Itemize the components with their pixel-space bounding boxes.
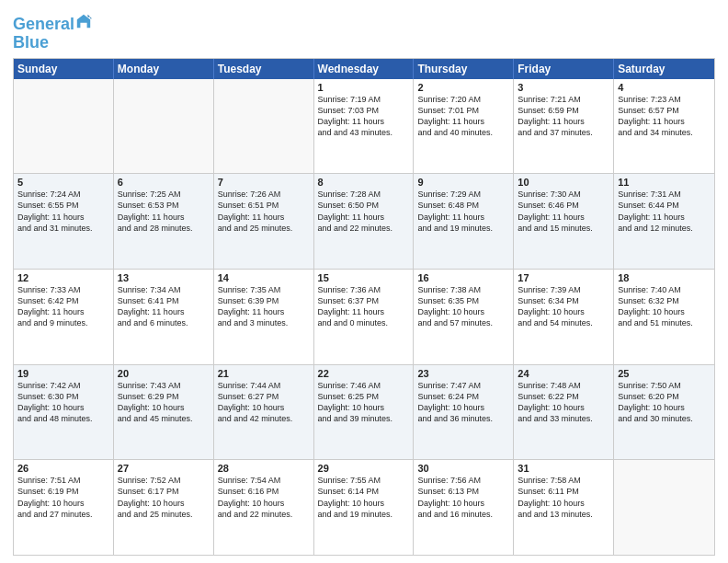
daylight-text: Daylight: 11 hours (118, 212, 210, 223)
calendar-cell: 21Sunrise: 7:44 AMSunset: 6:27 PMDayligh… (214, 365, 314, 460)
sunset-text: Sunset: 6:22 PM (518, 391, 609, 402)
calendar-cell (114, 79, 214, 174)
daylight-text-cont: and and 54 minutes. (518, 317, 609, 328)
sunset-text: Sunset: 6:35 PM (417, 295, 509, 306)
daylight-text-cont: and and 40 minutes. (417, 127, 509, 138)
day-number: 30 (417, 463, 509, 474)
day-number: 31 (518, 463, 609, 474)
daylight-text: Daylight: 11 hours (417, 116, 509, 127)
sunset-text: Sunset: 6:16 PM (218, 486, 310, 497)
daylight-text-cont: and and 15 minutes. (518, 223, 609, 234)
page-header: General Blue (13, 9, 715, 52)
calendar-row: 5Sunrise: 7:24 AMSunset: 6:55 PMDaylight… (14, 173, 714, 269)
calendar-cell: 27Sunrise: 7:52 AMSunset: 6:17 PMDayligh… (114, 460, 214, 555)
sunrise-text: Sunrise: 7:58 AM (518, 475, 609, 486)
calendar-cell (14, 79, 114, 174)
calendar-body: 1Sunrise: 7:19 AMSunset: 7:03 PMDaylight… (14, 79, 714, 555)
daylight-text: Daylight: 10 hours (518, 306, 609, 317)
calendar-cell: 17Sunrise: 7:39 AMSunset: 6:34 PMDayligh… (514, 270, 614, 364)
sunrise-text: Sunrise: 7:21 AM (518, 94, 609, 105)
weekday-header: Wednesday (314, 59, 415, 79)
day-number: 8 (318, 177, 410, 188)
sunrise-text: Sunrise: 7:47 AM (417, 380, 509, 391)
daylight-text-cont: and and 19 minutes. (417, 223, 509, 234)
sunrise-text: Sunrise: 7:30 AM (518, 189, 609, 200)
sunrise-text: Sunrise: 7:25 AM (118, 189, 210, 200)
daylight-text: Daylight: 11 hours (518, 116, 609, 127)
day-number: 3 (518, 82, 609, 93)
daylight-text: Daylight: 11 hours (618, 116, 711, 127)
calendar-cell: 15Sunrise: 7:36 AMSunset: 6:37 PMDayligh… (314, 270, 415, 364)
daylight-text: Daylight: 10 hours (318, 498, 410, 509)
daylight-text: Daylight: 10 hours (518, 402, 609, 413)
daylight-text: Daylight: 11 hours (218, 212, 310, 223)
sunset-text: Sunset: 6:25 PM (318, 391, 410, 402)
daylight-text-cont: and and 9 minutes. (17, 317, 109, 328)
calendar: SundayMondayTuesdayWednesdayThursdayFrid… (13, 58, 715, 556)
sunrise-text: Sunrise: 7:51 AM (17, 475, 109, 486)
calendar-cell: 22Sunrise: 7:46 AMSunset: 6:25 PMDayligh… (314, 365, 415, 460)
calendar-cell: 18Sunrise: 7:40 AMSunset: 6:32 PMDayligh… (614, 270, 714, 364)
sunrise-text: Sunrise: 7:36 AM (318, 284, 410, 295)
sunrise-text: Sunrise: 7:35 AM (218, 284, 310, 295)
sunrise-text: Sunrise: 7:54 AM (218, 475, 310, 486)
daylight-text: Daylight: 10 hours (518, 498, 609, 509)
sunrise-text: Sunrise: 7:39 AM (518, 284, 609, 295)
sunrise-text: Sunrise: 7:56 AM (417, 475, 509, 486)
logo: General Blue (13, 13, 92, 52)
sunrise-text: Sunrise: 7:23 AM (618, 94, 711, 105)
sunrise-text: Sunrise: 7:40 AM (618, 284, 711, 295)
daylight-text: Daylight: 10 hours (417, 498, 509, 509)
calendar-cell: 13Sunrise: 7:34 AMSunset: 6:41 PMDayligh… (114, 270, 214, 364)
daylight-text-cont: and and 43 minutes. (318, 127, 410, 138)
sunset-text: Sunset: 6:20 PM (618, 391, 711, 402)
sunrise-text: Sunrise: 7:46 AM (318, 380, 410, 391)
calendar-row: 1Sunrise: 7:19 AMSunset: 7:03 PMDaylight… (14, 79, 714, 174)
calendar-header: SundayMondayTuesdayWednesdayThursdayFrid… (14, 59, 714, 79)
weekday-header: Saturday (614, 59, 714, 79)
day-number: 16 (417, 272, 509, 283)
calendar-cell: 4Sunrise: 7:23 AMSunset: 6:57 PMDaylight… (614, 79, 714, 174)
daylight-text-cont: and and 6 minutes. (118, 317, 210, 328)
sunrise-text: Sunrise: 7:52 AM (118, 475, 210, 486)
daylight-text: Daylight: 10 hours (17, 498, 109, 509)
day-number: 20 (118, 368, 210, 379)
daylight-text: Daylight: 10 hours (318, 402, 410, 413)
daylight-text-cont: and and 3 minutes. (218, 317, 310, 328)
daylight-text-cont: and and 19 minutes. (318, 509, 410, 520)
daylight-text: Daylight: 11 hours (17, 212, 109, 223)
sunset-text: Sunset: 6:46 PM (518, 200, 609, 211)
sunrise-text: Sunrise: 7:42 AM (17, 380, 109, 391)
sunset-text: Sunset: 6:34 PM (518, 295, 609, 306)
sunrise-text: Sunrise: 7:28 AM (318, 189, 410, 200)
day-number: 13 (118, 272, 210, 283)
calendar-row: 19Sunrise: 7:42 AMSunset: 6:30 PMDayligh… (14, 364, 714, 460)
calendar-cell: 24Sunrise: 7:48 AMSunset: 6:22 PMDayligh… (514, 365, 614, 460)
day-number: 1 (318, 82, 410, 93)
sunset-text: Sunset: 6:30 PM (17, 391, 109, 402)
day-number: 10 (518, 177, 609, 188)
sunset-text: Sunset: 6:37 PM (318, 295, 410, 306)
daylight-text-cont: and and 25 minutes. (118, 509, 210, 520)
calendar-cell: 30Sunrise: 7:56 AMSunset: 6:13 PMDayligh… (414, 460, 514, 555)
page-container: General Blue SundayMondayTuesdayWednesda… (0, 0, 728, 563)
day-number: 15 (318, 272, 410, 283)
calendar-cell: 25Sunrise: 7:50 AMSunset: 6:20 PMDayligh… (614, 365, 714, 460)
calendar-cell: 31Sunrise: 7:58 AMSunset: 6:11 PMDayligh… (514, 460, 614, 555)
day-number: 4 (618, 82, 711, 93)
calendar-cell (614, 460, 714, 555)
day-number: 23 (417, 368, 509, 379)
daylight-text: Daylight: 11 hours (318, 306, 410, 317)
daylight-text-cont: and and 12 minutes. (618, 223, 711, 234)
daylight-text-cont: and and 36 minutes. (417, 413, 509, 424)
sunset-text: Sunset: 6:51 PM (218, 200, 310, 211)
day-number: 17 (518, 272, 609, 283)
calendar-cell: 3Sunrise: 7:21 AMSunset: 6:59 PMDaylight… (514, 79, 614, 174)
day-number: 18 (618, 272, 711, 283)
sunrise-text: Sunrise: 7:26 AM (218, 189, 310, 200)
day-number: 25 (618, 368, 711, 379)
day-number: 11 (618, 177, 711, 188)
calendar-cell: 8Sunrise: 7:28 AMSunset: 6:50 PMDaylight… (314, 174, 415, 269)
daylight-text: Daylight: 11 hours (518, 212, 609, 223)
sunrise-text: Sunrise: 7:55 AM (318, 475, 410, 486)
